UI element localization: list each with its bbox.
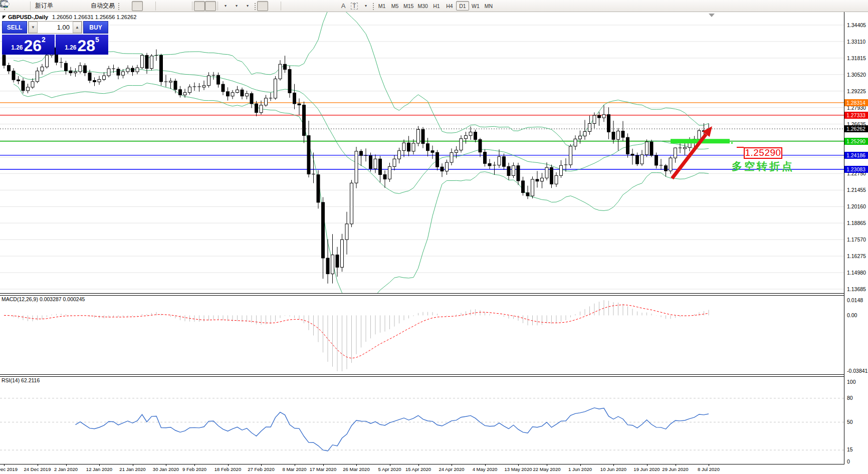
axis-border-line (844, 12, 844, 464)
time-axis-label[interactable]: 12 Jan 2020 (82, 466, 117, 472)
periods-caret: ▾ (236, 4, 238, 8)
community-chat-icon (0, 0, 10, 8)
line-chart-type-button[interactable] (143, 1, 154, 11)
crosshair-tool-button[interactable] (268, 1, 279, 11)
price-chart-panel[interactable]: GBPUSD-,Daily 1.26050 1.26631 1.25656 1.… (0, 12, 868, 294)
symbol-period-label: GBPUSD-,Daily (8, 14, 48, 20)
time-axis-label[interactable]: 4 May 2020 (468, 466, 503, 472)
price-axis[interactable]: 1.344051.331101.318151.305201.292251.279… (844, 12, 868, 464)
time-axis-label[interactable]: 1 Jun 2020 (563, 466, 598, 472)
time-tick (518, 464, 519, 466)
time-axis-label[interactable]: 27 Feb 2020 (244, 466, 279, 472)
price-tag-support-lower: 1.23083 (844, 166, 868, 173)
time-axis-label[interactable]: 15 Apr 2020 (401, 466, 436, 472)
price-callout-label[interactable]: 1.25290 (744, 147, 782, 159)
sell-button[interactable]: SELL (2, 21, 27, 34)
price-tick-label: 1.33110 (847, 39, 865, 45)
time-axis-label[interactable]: 22 May 2020 (529, 466, 564, 472)
volume-increase-button[interactable]: ▲ (73, 22, 82, 33)
zoom-out-button[interactable] (168, 1, 179, 11)
time-axis-label[interactable]: 17 Mar 2020 (306, 466, 341, 472)
timeframe-group: M1M5M15M30H1H4D1W1MN (375, 1, 495, 11)
new-order-label: 新订单 (35, 2, 53, 10)
auto-scroll-button[interactable] (194, 1, 205, 11)
timeframe-button-w1[interactable]: W1 (469, 1, 482, 11)
price-chart-canvas[interactable] (0, 12, 844, 293)
buy-button[interactable]: BUY (83, 21, 108, 34)
time-axis-label[interactable]: 18 Feb 2020 (210, 466, 246, 472)
volume-input[interactable]: 1.00 (38, 22, 73, 33)
community-chat-button[interactable] (852, 1, 863, 11)
text-label-tool-button[interactable]: T (349, 1, 360, 11)
time-tick (613, 464, 614, 466)
chart-profiles-button[interactable] (18, 1, 29, 11)
tile-windows-button[interactable] (179, 1, 190, 11)
rsi-scale-label: 80 (847, 395, 853, 401)
time-axis[interactable]: 15 Dec 201924 Dec 20192 Jan 202012 Jan 2… (0, 464, 868, 474)
rsi-panel[interactable]: RSI(14) 62.2116 (0, 376, 868, 464)
price-tick-label: 1.14980 (847, 270, 866, 276)
time-tick (547, 464, 547, 466)
time-axis-label[interactable]: 9 Feb 2020 (177, 466, 212, 472)
arrows-tool-button[interactable]: ▾ (360, 1, 371, 11)
cursor-tool-button[interactable] (257, 1, 268, 11)
candlestick-chart-type-button[interactable] (132, 1, 143, 11)
timeframe-button-h1[interactable]: H1 (430, 1, 443, 11)
callout-connector (737, 147, 744, 148)
time-tick (133, 464, 133, 466)
sell-price-display[interactable]: 1.26 26 2 (2, 35, 55, 55)
time-tick (228, 464, 229, 466)
time-tick (709, 464, 709, 466)
buy-price-display[interactable]: 1.26 28 5 (56, 35, 108, 55)
autotrading-button[interactable]: 自动交易 (88, 1, 116, 11)
time-axis-label[interactable]: 8 Jul 2020 (691, 466, 726, 472)
time-tick (356, 464, 357, 466)
trendline-tool-button[interactable] (305, 1, 316, 11)
time-axis-label[interactable]: 2 Jan 2020 (49, 466, 84, 472)
metaeditor-button[interactable] (55, 1, 66, 11)
publish-button[interactable] (66, 1, 77, 11)
time-tick (580, 464, 581, 466)
new-order-button[interactable]: 新订单 (32, 1, 55, 11)
time-tick (166, 464, 166, 466)
timeframe-button-mn[interactable]: MN (482, 1, 495, 11)
time-axis-label[interactable]: 15 Dec 2019 (0, 466, 22, 472)
time-axis-label[interactable]: 26 Mar 2020 (339, 466, 374, 472)
time-axis-label[interactable]: 10 Jun 2020 (596, 466, 631, 472)
macd-scale-label: 0.00 (847, 312, 857, 318)
time-axis-label[interactable]: 21 Jan 2020 (115, 466, 150, 472)
volume-decrease-button[interactable]: ▼ (29, 22, 38, 33)
bar-chart-type-button[interactable] (121, 1, 132, 11)
timeframe-button-m5[interactable]: M5 (388, 1, 401, 11)
indicators-button[interactable]: ▾ (220, 1, 231, 11)
equidistant-channel-tool-button[interactable]: E (316, 1, 327, 11)
time-axis-label[interactable]: 24 Apr 2020 (434, 466, 469, 472)
periods-button[interactable]: ▾ (231, 1, 242, 11)
price-tick-label: 1.31815 (847, 55, 866, 61)
bollinger-upper (14, 12, 709, 146)
vertical-line-tool-button[interactable] (283, 1, 294, 11)
time-tick (66, 464, 67, 466)
zoom-in-button[interactable] (157, 1, 168, 11)
macd-scale-label: -0.038415 (847, 368, 868, 374)
timeframe-button-m30[interactable]: M30 (415, 1, 429, 11)
templates-button[interactable]: ▾ (242, 1, 253, 11)
search-button[interactable] (841, 1, 852, 11)
timeframe-button-h4[interactable]: H4 (443, 1, 456, 11)
annotation-note[interactable]: 多空转折点 (732, 159, 794, 173)
fibonacci-tool-button[interactable]: F (327, 1, 338, 11)
timeframe-button-d1[interactable]: D1 (456, 1, 469, 11)
chart-shift-button[interactable] (205, 1, 216, 11)
time-tick (4, 464, 5, 466)
horizontal-line-tool-button[interactable] (294, 1, 305, 11)
timeframe-button-m1[interactable]: M1 (375, 1, 388, 11)
text-tool-button[interactable]: A (338, 1, 349, 11)
signals-button[interactable] (77, 1, 88, 11)
timeframe-button-m15[interactable]: M15 (401, 1, 415, 11)
time-axis-label[interactable]: 29 Jun 2020 (658, 466, 693, 472)
macd-panel[interactable]: MACD(12,26,9) 0.003287 0.000245 (0, 295, 868, 375)
arrows-caret: ▾ (365, 4, 367, 8)
price-tick-label: 1.18865 (847, 220, 866, 226)
rsi-scale-label: 50 (847, 419, 853, 425)
text-tool-icon: A (341, 3, 346, 9)
